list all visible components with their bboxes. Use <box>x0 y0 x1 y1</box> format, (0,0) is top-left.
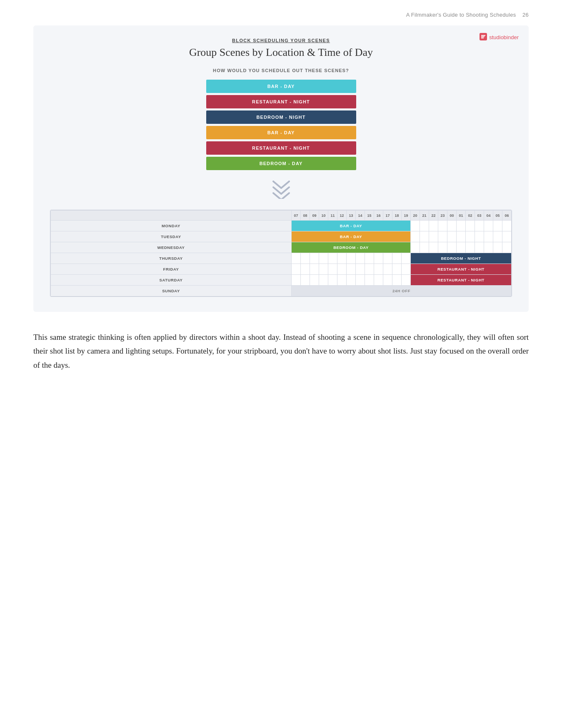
day-wednesday: WEDNESDAY <box>51 242 292 253</box>
header-hour-12: 12 <box>337 211 347 221</box>
header-hour-13: 13 <box>347 211 356 221</box>
day-monday: MONDAY <box>51 221 292 231</box>
thursday-empty <box>347 253 356 264</box>
table-row: MONDAY BAR - DAY <box>51 221 512 231</box>
saturday-empty <box>301 275 310 286</box>
friday-empty <box>402 264 411 275</box>
header-hour-04: 04 <box>484 211 493 221</box>
wednesday-empty <box>466 242 475 253</box>
day-saturday: SATURDAY <box>51 275 292 286</box>
wednesday-empty <box>457 242 466 253</box>
table-row: SUNDAY 24H OFF <box>51 286 512 296</box>
saturday-empty <box>402 275 411 286</box>
page-header: A Filmmaker's Guide to Shooting Schedule… <box>0 0 562 25</box>
tuesday-empty <box>502 231 512 242</box>
wednesday-empty <box>438 242 447 253</box>
monday-empty <box>429 221 438 231</box>
tuesday-empty <box>447 231 457 242</box>
tuesday-empty <box>411 231 420 242</box>
header-hour-23: 23 <box>438 211 447 221</box>
thursday-empty <box>301 253 310 264</box>
monday-bar-day: BAR - DAY <box>292 221 411 231</box>
section-title: Group Scenes by Location & Time of Day <box>50 46 512 59</box>
header-hour-20: 20 <box>411 211 420 221</box>
monday-empty <box>447 221 457 231</box>
arrow-container <box>50 181 512 201</box>
saturday-empty <box>365 275 374 286</box>
card: studiobinder BLOCK SCHEDULING YOUR SCENE… <box>33 25 529 312</box>
saturday-empty <box>374 275 383 286</box>
tuesday-empty <box>420 231 429 242</box>
tuesday-empty <box>429 231 438 242</box>
header-hour-22: 22 <box>429 211 438 221</box>
table-row: SATURDAY RESTAURANT <box>51 275 512 286</box>
body-text: This same strategic thinking is often ap… <box>33 330 529 372</box>
scene-block-restaurant-night-1: RESTAURANT - NIGHT <box>206 95 356 108</box>
header-hour-07: 07 <box>292 211 301 221</box>
thursday-bedroom-night: BEDROOM - NIGHT <box>411 253 512 264</box>
friday-empty <box>337 264 347 275</box>
wednesday-empty <box>493 242 502 253</box>
header-hour-10: 10 <box>319 211 328 221</box>
header-hour-14: 14 <box>356 211 365 221</box>
schedule-table: 07 08 09 10 11 12 13 14 15 16 17 18 19 2… <box>50 210 512 296</box>
wednesday-bedroom-day: BEDROOM - DAY <box>292 242 411 253</box>
day-friday: FRIDAY <box>51 264 292 275</box>
friday-empty <box>383 264 392 275</box>
scene-block-bar-day-orange: BAR - DAY <box>206 126 356 139</box>
thursday-empty <box>383 253 392 264</box>
saturday-empty <box>347 275 356 286</box>
scene-blocks: BAR - DAY RESTAURANT - NIGHT BEDROOM - N… <box>206 80 356 172</box>
day-sunday: SUNDAY <box>51 286 292 296</box>
header-hour-06: 06 <box>502 211 512 221</box>
thursday-empty <box>374 253 383 264</box>
day-thursday: THURSDAY <box>51 253 292 264</box>
header-hour-15: 15 <box>365 211 374 221</box>
logo-text: studiobinder <box>489 34 519 40</box>
table-row: THURSDAY BEDROOM - <box>51 253 512 264</box>
tuesday-empty <box>475 231 484 242</box>
friday-empty <box>319 264 328 275</box>
saturday-empty <box>310 275 319 286</box>
logo-icon <box>480 33 487 42</box>
schedule-wrapper: 07 08 09 10 11 12 13 14 15 16 17 18 19 2… <box>50 210 512 297</box>
friday-empty <box>301 264 310 275</box>
monday-empty <box>438 221 447 231</box>
saturday-empty <box>383 275 392 286</box>
saturday-empty <box>337 275 347 286</box>
friday-empty <box>292 264 301 275</box>
table-row: WEDNESDAY BEDROOM - DAY <box>51 242 512 253</box>
main-content: studiobinder BLOCK SCHEDULING YOUR SCENE… <box>0 25 562 389</box>
saturday-empty <box>392 275 402 286</box>
table-row: FRIDAY RESTAURANT - <box>51 264 512 275</box>
header-hour-05: 05 <box>493 211 502 221</box>
studiobinder-logo: studiobinder <box>480 33 519 42</box>
friday-restaurant-night: RESTAURANT - NIGHT <box>411 264 512 275</box>
thursday-empty <box>292 253 301 264</box>
thursday-empty <box>328 253 337 264</box>
table-header-row: 07 08 09 10 11 12 13 14 15 16 17 18 19 2… <box>51 211 512 221</box>
scene-block-bedroom-day: BEDROOM - DAY <box>206 157 356 170</box>
wednesday-empty <box>502 242 512 253</box>
thursday-empty <box>337 253 347 264</box>
header-hour-11: 11 <box>328 211 337 221</box>
tuesday-bar-day: BAR - DAY <box>292 231 411 242</box>
thursday-empty <box>402 253 411 264</box>
wednesday-empty <box>411 242 420 253</box>
monday-empty <box>466 221 475 231</box>
friday-empty <box>392 264 402 275</box>
wednesday-empty <box>447 242 457 253</box>
tuesday-empty <box>493 231 502 242</box>
friday-empty <box>356 264 365 275</box>
page-title-text: A Filmmaker's Guide to Shooting Schedule… <box>406 12 516 18</box>
scene-block-bedroom-night: BEDROOM - NIGHT <box>206 110 356 124</box>
wednesday-empty <box>484 242 493 253</box>
section-label: BLOCK SCHEDULING YOUR SCENES <box>50 38 512 43</box>
monday-empty <box>484 221 493 231</box>
header-hour-19: 19 <box>402 211 411 221</box>
tuesday-empty <box>466 231 475 242</box>
header-hour-18: 18 <box>392 211 402 221</box>
scene-block-bar-day: BAR - DAY <box>206 80 356 93</box>
header-hour-00: 00 <box>447 211 457 221</box>
thursday-empty <box>392 253 402 264</box>
